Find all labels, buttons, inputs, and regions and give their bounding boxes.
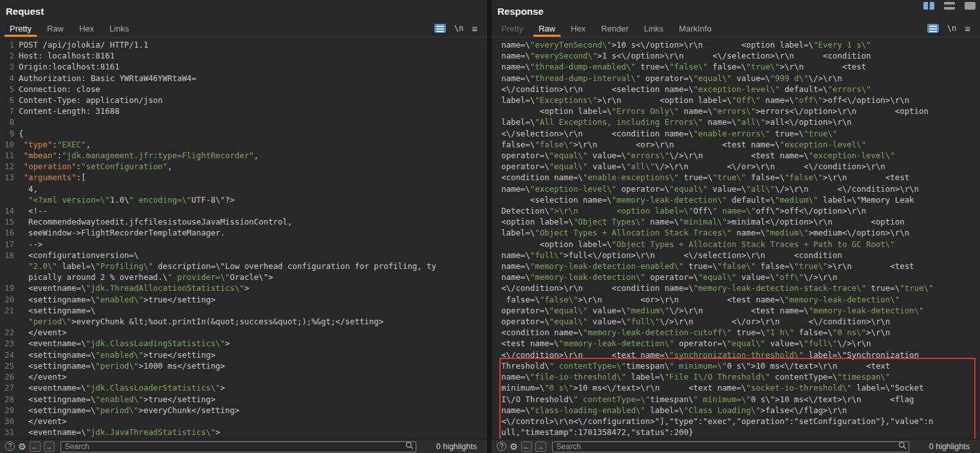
code-line: label=\"All Exceptions, including Errors…: [501, 116, 980, 127]
code-line: 4,: [0, 183, 487, 194]
line-number: 13: [0, 172, 14, 183]
search-input[interactable]: [60, 441, 416, 452]
code-line: label=\"Object Types + Allocation Stack …: [501, 227, 980, 238]
tab-pretty[interactable]: Pretty: [2, 20, 39, 37]
code-line: 9{: [0, 128, 487, 139]
code-line: 19 <eventname=\"jdk.ThreadAllocationStat…: [0, 282, 487, 293]
layout-columns-button[interactable]: [923, 2, 934, 10]
code-line: name=\"thread-dump-interval\" operator=\…: [501, 73, 980, 84]
code-line: name=\"class-loading-enabled\" label=\"C…: [501, 405, 980, 416]
pretty-print-icon[interactable]: [927, 24, 939, 33]
request-tab-bar: PrettyRawHexLinks \n ≡: [0, 20, 487, 37]
tab-hex[interactable]: Hex: [71, 20, 102, 37]
tab-raw[interactable]: Raw: [531, 20, 563, 37]
layout-single-button[interactable]: [965, 2, 975, 10]
code-line: ull,"timestamp":1701358472,"status":200}: [501, 427, 980, 438]
code-line: 30 </event>: [0, 416, 487, 427]
editor-menu-icon[interactable]: ≡: [965, 24, 970, 33]
code-line: operator=\"equal\" value=\"all\"\/>\r\n …: [501, 161, 980, 172]
gear-icon[interactable]: ⚙: [510, 442, 518, 451]
code-line: 3Origin:localhost:8161: [0, 61, 487, 72]
code-line: 4Authorization: Basic YWRtaW46YWRtaW4=: [0, 73, 487, 84]
code-line: <option label=\"Object Types + Allocatio…: [501, 239, 980, 250]
highlights-count: 0 highlights: [929, 442, 970, 451]
code-line: 5Connection: close: [0, 84, 487, 95]
code-line: 28 <settingname=\"enabled\">true</settin…: [0, 394, 487, 405]
line-number: 2: [0, 50, 14, 61]
line-number: 4: [0, 73, 14, 84]
code-line: <\/selection>\r\n <condition name=\"enab…: [501, 128, 980, 139]
line-number: 12: [0, 161, 14, 172]
line-number: 3: [0, 61, 14, 72]
search-icon: [898, 441, 907, 450]
response-search: [552, 440, 909, 452]
request-panel-title: Request: [0, 0, 487, 20]
code-line: 31 <eventname=\"jdk.JavaThreadStatistics…: [0, 427, 487, 438]
code-line: name=\"everyTenSecond\">10 s<\/option>\r…: [501, 39, 980, 50]
line-number: 19: [0, 282, 14, 293]
next-match-button[interactable]: →: [535, 441, 546, 452]
search-icon: [405, 441, 414, 450]
editor-menu-icon[interactable]: ≡: [472, 24, 477, 33]
response-code[interactable]: name=\"everyTenSecond\">10 s<\/option>\r…: [492, 37, 980, 439]
prev-match-button[interactable]: ←: [30, 441, 41, 452]
code-line: <\/condition>\r\n <selection name=\"exce…: [501, 84, 980, 95]
tab-raw[interactable]: Raw: [39, 20, 71, 37]
request-code[interactable]: 1POST /api/jolokia/ HTTP/1.12Host: local…: [0, 37, 487, 439]
next-match-button[interactable]: →: [44, 441, 55, 452]
tab-links[interactable]: Links: [102, 20, 136, 37]
response-tab-bar: PrettyRawHexRenderLinksMarkInfo \n ≡: [492, 20, 980, 37]
code-line: <\/condition>\r\n <text name=\"synchroni…: [501, 349, 980, 360]
tab-pretty[interactable]: Pretty: [494, 20, 531, 37]
code-line: 10 "type":"EXEC",: [0, 139, 487, 150]
code-line: <condition name=\"enable-exceptions\" tr…: [501, 172, 980, 183]
code-line: "2.0\" label=\"Profiling\" description=\…: [0, 261, 487, 272]
help-icon[interactable]: ?: [497, 441, 506, 451]
line-number: [0, 261, 14, 272]
code-line: 16 seeWindow->FlightRecorderTemplateMana…: [0, 227, 487, 238]
newline-toggle-icon[interactable]: \n: [947, 24, 956, 33]
tab-render[interactable]: Render: [593, 20, 636, 37]
line-number: 22: [0, 327, 14, 338]
line-number: 14: [0, 205, 14, 216]
code-line: name=\"full\">full<\/option>\r\n <\/sele…: [501, 250, 980, 261]
gear-icon[interactable]: ⚙: [18, 442, 26, 451]
code-line: false=\"false\">\r\n <or>\r\n <test name…: [501, 294, 980, 305]
code-line: 18 <configurationversion=\: [0, 250, 487, 261]
tab-hex[interactable]: Hex: [563, 20, 593, 37]
help-icon[interactable]: ?: [5, 441, 15, 451]
line-number: 15: [0, 216, 14, 227]
code-line: 14 <!--: [0, 205, 487, 216]
response-panel-title: Response: [492, 0, 980, 20]
prev-match-button[interactable]: ←: [521, 441, 532, 452]
line-number: 21: [0, 305, 14, 316]
code-line: <selection name=\"memory-leak-detection\…: [501, 194, 980, 205]
search-input[interactable]: [552, 441, 909, 452]
code-line: I\/O Threshold\" contentType=\"timespan\…: [501, 394, 980, 405]
pretty-print-icon[interactable]: [434, 24, 446, 33]
line-number: 27: [0, 382, 14, 393]
line-number: [0, 183, 14, 194]
request-tabs: PrettyRawHexLinks: [2, 20, 136, 37]
code-line: 21 <settingname=\: [0, 305, 487, 316]
line-number: 10: [0, 139, 14, 150]
line-number: 18: [0, 250, 14, 261]
tab-links[interactable]: Links: [636, 20, 671, 37]
layout-rows-button[interactable]: [944, 2, 955, 10]
line-number: 7: [0, 106, 14, 116]
code-line: Threshold\" contentType=\"timespan\" min…: [501, 360, 980, 371]
window-layout-controls: [923, 2, 975, 10]
code-line: 24 <settingname=\"enabled\">true</settin…: [0, 349, 487, 360]
newline-toggle-icon[interactable]: \n: [454, 24, 463, 33]
line-number: 6: [0, 95, 14, 106]
code-line: 17 -->: [0, 239, 487, 250]
response-tab-tools: \n ≡: [927, 20, 980, 37]
code-line: 26 </event>: [0, 371, 487, 382]
request-panel: Request PrettyRawHexLinks \n ≡ 1POST /ap…: [0, 0, 487, 453]
line-number: 20: [0, 294, 14, 305]
code-line: name=\"memory-leak-detection-enabled\" t…: [501, 261, 980, 272]
code-line: 12 "operation":"setConfiguration",: [0, 161, 487, 172]
line-number: 5: [0, 84, 14, 95]
highlights-count: 0 highlights: [436, 442, 477, 451]
tab-markinfo[interactable]: MarkInfo: [671, 20, 719, 37]
